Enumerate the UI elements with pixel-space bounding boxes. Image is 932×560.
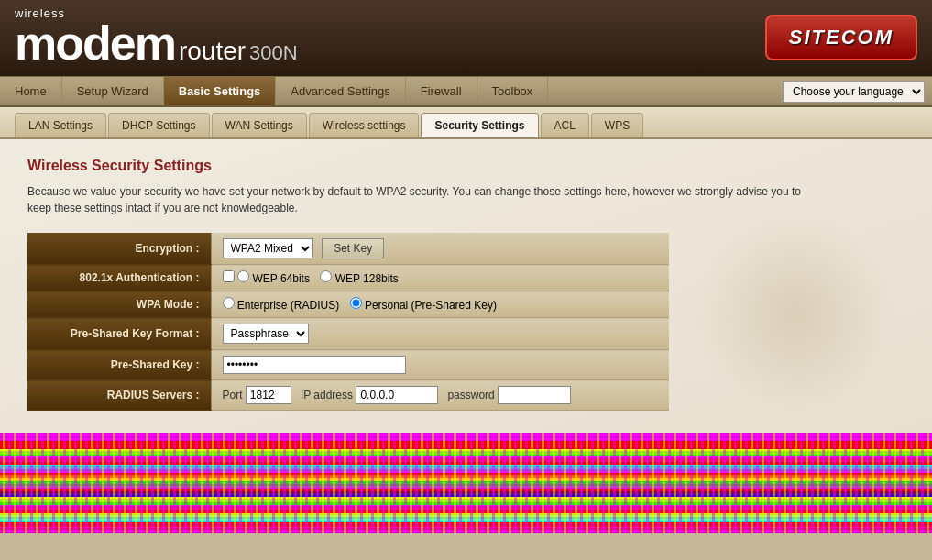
subtab-wireless[interactable]: Wireless settings: [309, 113, 420, 137]
radius-password-label: password: [447, 389, 494, 401]
nav-tab-basic-settings[interactable]: Basic Settings: [164, 77, 277, 105]
radius-ip-label: IP address: [301, 389, 353, 401]
psk-row: Pre-Shared Key :: [27, 350, 669, 380]
page-header: wireless modemrouter300N SITECOM: [0, 0, 932, 76]
radius-label: RADIUS Servers :: [27, 380, 211, 411]
auth-row: 802.1x Authentication : WEP 64bits WEP 1…: [27, 265, 669, 291]
language-select[interactable]: Choose your language: [783, 81, 925, 103]
glitch-bar: [0, 433, 932, 533]
personal-radio-label: Personal (Pre-Shared Key): [350, 299, 497, 312]
subtabs-bar: LAN Settings DHCP Settings WAN Settings …: [0, 107, 932, 139]
logo-modem: modem: [15, 16, 175, 70]
settings-table: Encryption : WPA2 Mixed WPA2 WPA WEP Non…: [27, 233, 669, 411]
main-content: Wireless Security Settings Because we va…: [0, 139, 932, 433]
logo-router: router: [179, 37, 246, 65]
wep128-radio-label: WEP 128bits: [320, 272, 399, 285]
main-navbar: Home Setup Wizard Basic Settings Advance…: [0, 76, 932, 107]
radius-password-input[interactable]: [498, 386, 571, 404]
nav-tab-advanced-settings[interactable]: Advanced Settings: [276, 77, 405, 105]
auth-cell: WEP 64bits WEP 128bits: [211, 265, 669, 291]
auth-label: 802.1x Authentication :: [27, 265, 211, 291]
brand-logo: SITECOM: [765, 15, 917, 60]
radius-port-label: Port: [223, 389, 243, 401]
nav-tab-home[interactable]: Home: [0, 77, 62, 105]
encryption-select[interactable]: WPA2 Mixed WPA2 WPA WEP None: [223, 238, 313, 258]
nav-tabs: Home Setup Wizard Basic Settings Advance…: [0, 77, 783, 105]
set-key-button[interactable]: Set Key: [322, 238, 384, 258]
subtab-dhcp[interactable]: DHCP Settings: [108, 113, 209, 137]
wpa-mode-label: WPA Mode :: [27, 291, 211, 318]
enterprise-radio-label: Enterprise (RADIUS): [223, 299, 343, 312]
radius-row: RADIUS Servers : Port IP address passwor…: [27, 380, 669, 411]
psk-format-row: Pre-Shared Key Format : Passphrase Hex: [27, 318, 669, 350]
wpa-mode-cell: Enterprise (RADIUS) Personal (Pre-Shared…: [211, 291, 669, 318]
psk-cell: [211, 350, 669, 380]
psk-format-cell: Passphrase Hex: [211, 318, 669, 350]
radius-ip-input[interactable]: [356, 386, 438, 404]
enterprise-radio[interactable]: [223, 297, 235, 309]
personal-radio[interactable]: [350, 297, 362, 309]
section-description: Because we value your security we have s…: [27, 183, 816, 216]
wep128-radio[interactable]: [320, 270, 332, 282]
encryption-cell: WPA2 Mixed WPA2 WPA WEP None Set Key: [211, 233, 669, 265]
auth-checkbox[interactable]: [223, 270, 235, 282]
nav-tab-setup-wizard[interactable]: Setup Wizard: [62, 77, 164, 105]
nav-tab-firewall[interactable]: Firewall: [406, 77, 477, 105]
psk-format-select[interactable]: Passphrase Hex: [223, 324, 309, 344]
psk-label: Pre-Shared Key :: [27, 350, 211, 380]
radius-port-input[interactable]: [246, 386, 291, 404]
logo-model: 300N: [249, 41, 298, 64]
subtab-wps[interactable]: WPS: [591, 113, 643, 137]
radius-cell: Port IP address password: [211, 380, 669, 411]
subtab-security[interactable]: Security Settings: [421, 113, 538, 137]
nav-tab-toolbox[interactable]: Toolbox: [477, 77, 549, 105]
wep64-radio-label: WEP 64bits: [237, 272, 312, 285]
encryption-row: Encryption : WPA2 Mixed WPA2 WPA WEP Non…: [27, 233, 669, 265]
wpa-mode-row: WPA Mode : Enterprise (RADIUS) Personal …: [27, 291, 669, 318]
subtab-lan[interactable]: LAN Settings: [15, 113, 106, 137]
subtab-acl[interactable]: ACL: [541, 113, 589, 137]
logo: wireless modemrouter300N: [15, 7, 298, 67]
psk-format-label: Pre-Shared Key Format :: [27, 318, 211, 350]
encryption-label: Encryption :: [27, 233, 211, 265]
subtab-wan[interactable]: WAN Settings: [212, 113, 307, 137]
psk-input[interactable]: [223, 356, 406, 374]
section-title: Wireless Security Settings: [27, 158, 905, 174]
wep64-radio[interactable]: [237, 270, 249, 282]
